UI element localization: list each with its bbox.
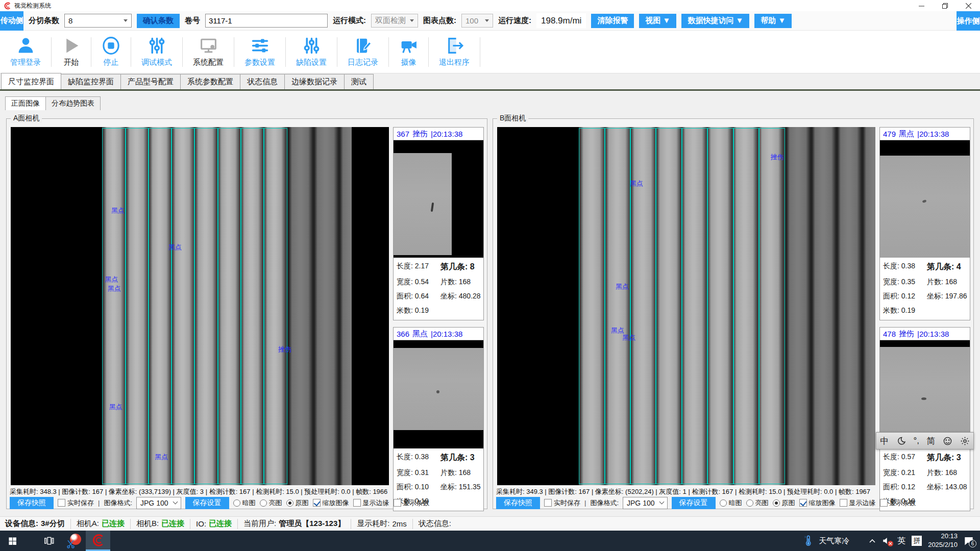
ime-language-bar: 中 °, 简 [876, 432, 974, 449]
thumbnail-material-region [394, 348, 483, 430]
capture-button[interactable]: 摄像 [389, 31, 428, 73]
tab-edge-data-record[interactable]: 边缘数据记录 [284, 74, 345, 89]
show-count-checkbox[interactable]: 显示条数 [394, 498, 430, 508]
minimize-button[interactable] [910, 0, 933, 11]
drive-side-button[interactable]: 传动侧 [0, 11, 23, 31]
data-quick-access-button[interactable]: 数据快捷访问 ▼ [681, 14, 749, 28]
current-user-value: 管理员【123-123】 [279, 519, 345, 529]
defect-record[interactable]: 478 挫伤 |20:13:38 长度: 0.57 第几条: 3 宽度: 0.2… [879, 327, 970, 511]
defect-time: |20:13:38 [431, 330, 462, 338]
hidden-icons-chevron[interactable] [869, 538, 876, 543]
weather-status-text[interactable]: 天气寒冷 [819, 536, 849, 546]
show-count-checkbox[interactable]: 显示条数 [880, 498, 916, 508]
camera-a-conn-status: 已连接 [102, 519, 125, 529]
tab-defect-monitor[interactable]: 缺陷监控界面 [61, 74, 121, 89]
image-format-select[interactable]: JPG 100 [623, 497, 667, 509]
realtime-save-checkbox[interactable]: 实时保存 [58, 498, 94, 508]
checkbox-checked-icon [799, 499, 807, 507]
exit-program-button[interactable]: 退出程序 [429, 31, 480, 73]
defect-record[interactable]: 367 挫伤 |20:13:38 长度: 2.17 第几条: 8 宽度: 0.5… [393, 127, 484, 320]
confirm-count-button[interactable]: 确认条数 [137, 14, 180, 28]
parameter-settings-button[interactable]: 参数设置 [234, 31, 285, 73]
volume-muted-icon[interactable] [882, 536, 891, 545]
action-center-icon[interactable]: 6 [964, 536, 974, 546]
tab-status-info[interactable]: 状态信息 [240, 74, 285, 89]
stop-button[interactable]: 停止 [91, 31, 131, 73]
clear-alarm-button[interactable]: 清除报警 [591, 14, 634, 28]
defect-settings-button[interactable]: 缺陷设置 [286, 31, 337, 73]
tab-product-model-config[interactable]: 产品型号配置 [120, 74, 181, 89]
clock[interactable]: 20:13 2025/2/10 [928, 532, 958, 549]
run-mode-select[interactable]: 双面检测 [371, 14, 418, 28]
strip-boundary-box [579, 128, 604, 484]
debug-mode-button[interactable]: 调试模式 [131, 31, 182, 73]
save-snapshot-button[interactable]: 保存快照 [10, 497, 54, 509]
thermometer-icon[interactable] [803, 535, 813, 546]
original-image-radio[interactable]: 原图 [286, 498, 309, 508]
slit-count-select[interactable]: 8 [64, 14, 132, 28]
snipping-tool-button[interactable] [61, 531, 86, 551]
save-snapshot-button[interactable]: 保存快照 [496, 497, 540, 509]
help-menu-button[interactable]: 帮助 ▼ [754, 14, 792, 28]
system-config-button[interactable]: 系统配置 [183, 31, 234, 73]
zoom-image-checkbox[interactable]: 缩放图像 [313, 498, 349, 508]
tab-test[interactable]: 测试 [344, 74, 374, 89]
ime-simplified-mode[interactable]: 简 [927, 435, 936, 447]
save-settings-button[interactable]: 保存设置 [672, 497, 716, 509]
view-menu-button[interactable]: 视图 ▼ [639, 14, 676, 28]
admin-login-button[interactable]: 管理登录 [0, 31, 51, 73]
image-format-select[interactable]: JPG 100 [136, 497, 181, 509]
start-button[interactable] [0, 531, 24, 551]
tab-size-monitor[interactable]: 尺寸监控界面 [1, 73, 61, 89]
strip-boundary-box [264, 128, 287, 484]
thumbnail-material-region [880, 156, 970, 258]
bright-image-radio[interactable]: 亮图 [260, 498, 282, 508]
restore-button[interactable] [933, 0, 957, 11]
original-image-radio[interactable]: 原图 [773, 498, 795, 508]
chart-points-select[interactable]: 100 [461, 14, 493, 28]
tray-time: 20:13 [928, 532, 958, 541]
roll-number-input[interactable] [205, 14, 328, 28]
start-button[interactable]: 开始 [52, 31, 91, 73]
defect-record-header: 479 黑点 |20:13:38 [880, 128, 970, 140]
show-edge-checkbox[interactable]: 显示边缘 [840, 498, 876, 508]
log-record-button[interactable]: 日志记录 [337, 31, 388, 73]
ime-punctuation-mode[interactable]: °, [913, 436, 919, 446]
dark-image-radio[interactable]: 暗图 [720, 498, 742, 508]
operator-side-button[interactable]: 操作侧 [957, 11, 980, 31]
save-settings-button[interactable]: 保存设置 [185, 497, 229, 509]
defect-type: 黑点 [412, 329, 428, 339]
bright-image-radio[interactable]: 亮图 [746, 498, 769, 508]
chevron-down-icon [485, 19, 489, 22]
emoji-icon[interactable] [943, 436, 952, 446]
language-pinyin-indicator[interactable]: 拼 [912, 536, 922, 546]
inspection-app-taskbar-button[interactable] [86, 531, 110, 551]
camera-a-controls: 保存快照 实时保存 | 图像格式: JPG 100 保存设置 暗图 亮图 原图 … [10, 496, 430, 509]
radio-selected-icon [773, 499, 780, 507]
close-button[interactable] [957, 0, 980, 11]
gear-icon[interactable] [960, 436, 970, 446]
ime-chinese-mode[interactable]: 中 [880, 435, 889, 447]
show-edge-checkbox[interactable]: 显示边缘 [353, 498, 389, 508]
defect-annotation: 黑点 [630, 179, 643, 188]
device-info-label: 设备信息: [5, 519, 38, 529]
subtab-trend-chart[interactable]: 分布趋势图表 [45, 96, 101, 110]
language-english-indicator[interactable]: 英 [897, 536, 905, 546]
dark-image-radio[interactable]: 暗图 [233, 498, 256, 508]
realtime-save-checkbox[interactable]: 实时保存 [544, 498, 580, 508]
task-view-button[interactable] [37, 531, 61, 551]
camera-b-panel: B面相机 挫伤黑点黑点黑点黑点 479 黑点 |20:13:38 长度: 0.3… [493, 118, 974, 509]
subtab-front-image[interactable]: 正面图像 [5, 96, 46, 110]
zoom-image-checkbox[interactable]: 缩放图像 [799, 498, 836, 508]
radio-icon [260, 499, 267, 507]
divider [130, 519, 131, 529]
defect-type: 挫伤 [412, 129, 428, 139]
tab-system-parameter-config[interactable]: 系统参数配置 [180, 74, 240, 89]
thumbnail-material-region [880, 347, 970, 441]
defect-annotation: 黑点 [108, 284, 121, 293]
defect-record[interactable]: 366 黑点 |20:13:38 长度: 0.38 第几条: 3 宽度: 0.3… [393, 327, 484, 511]
defect-record[interactable]: 479 黑点 |20:13:38 长度: 0.38 第几条: 4 宽度: 0.3… [879, 127, 970, 320]
defect-details: 长度: 2.17 第几条: 8 宽度: 0.54 片数: 168 面积: 0.6… [394, 258, 483, 320]
strip-boundary-box [707, 128, 733, 484]
moon-icon[interactable] [896, 436, 906, 446]
